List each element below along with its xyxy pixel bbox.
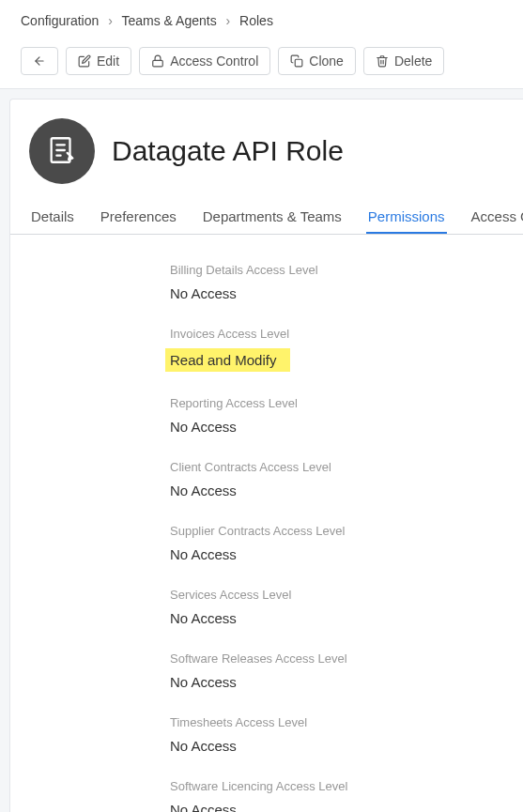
- permission-value: No Access: [170, 284, 237, 302]
- delete-button[interactable]: Delete: [363, 47, 444, 75]
- tabs: Details Preferences Departments & Teams …: [10, 193, 523, 235]
- tab-preferences[interactable]: Preferences: [99, 201, 178, 234]
- permission-value: Read and Modify: [165, 348, 290, 372]
- permission-item: Reporting Access Level No Access: [170, 396, 504, 436]
- back-button[interactable]: [21, 47, 58, 75]
- role-avatar: [29, 118, 95, 184]
- edit-icon: [78, 54, 91, 68]
- permission-label: Supplier Contracts Access Level: [170, 524, 504, 538]
- chevron-right-icon: ›: [226, 13, 231, 28]
- tab-departments-teams[interactable]: Departments & Teams: [201, 201, 344, 234]
- permission-item: Timesheets Access Level No Access: [170, 715, 504, 755]
- clone-button-label: Clone: [309, 54, 344, 69]
- edit-button-label: Edit: [97, 54, 119, 69]
- breadcrumb-item[interactable]: Teams & Agents: [121, 13, 216, 28]
- breadcrumb: Configuration › Teams & Agents › Roles: [0, 0, 523, 39]
- delete-button-label: Delete: [394, 54, 432, 69]
- permission-label: Timesheets Access Level: [170, 715, 504, 729]
- svg-rect-2: [296, 59, 303, 67]
- permissions-list: Billing Details Access Level No Access I…: [10, 235, 523, 812]
- svg-rect-1: [153, 60, 163, 66]
- tab-permissions[interactable]: Permissions: [366, 201, 447, 234]
- permission-item: Client Contracts Access Level No Access: [170, 460, 504, 499]
- permission-label: Reporting Access Level: [170, 396, 504, 410]
- permission-label: Client Contracts Access Level: [170, 460, 504, 474]
- permission-label: Software Licencing Access Level: [170, 779, 504, 793]
- permission-item: Software Licencing Access Level No Acces…: [170, 779, 504, 812]
- permission-item: Supplier Contracts Access Level No Acces…: [170, 524, 504, 563]
- permission-label: Software Releases Access Level: [170, 651, 504, 666]
- content-card: Datagate API Role Details Preferences De…: [9, 99, 523, 812]
- document-edit-icon: [46, 134, 78, 169]
- access-control-button-label: Access Control: [170, 54, 258, 69]
- permission-value: No Access: [170, 801, 237, 812]
- clone-button[interactable]: Clone: [278, 47, 356, 75]
- permission-item: Invoices Access Level Read and Modify: [170, 327, 504, 372]
- permission-label: Invoices Access Level: [170, 327, 504, 341]
- toolbar: Edit Access Control Clone Delete: [0, 39, 523, 89]
- page-title: Datagate API Role: [112, 135, 344, 167]
- permission-value: No Access: [170, 609, 237, 627]
- page-header: Datagate API Role: [10, 100, 523, 193]
- arrow-left-icon: [33, 54, 46, 68]
- trash-icon: [376, 54, 389, 68]
- permission-value: No Access: [170, 418, 237, 436]
- permission-item: Billing Details Access Level No Access: [170, 263, 504, 302]
- breadcrumb-item[interactable]: Roles: [239, 13, 273, 28]
- permission-value: No Access: [170, 545, 237, 563]
- permission-value: No Access: [170, 737, 237, 755]
- permission-value: No Access: [170, 482, 237, 499]
- access-control-button[interactable]: Access Control: [139, 47, 270, 75]
- tab-details[interactable]: Details: [29, 201, 76, 234]
- permission-item: Software Releases Access Level No Access: [170, 651, 504, 691]
- permission-value: No Access: [170, 673, 237, 691]
- edit-button[interactable]: Edit: [66, 47, 131, 75]
- breadcrumb-item[interactable]: Configuration: [21, 13, 99, 28]
- permission-item: Services Access Level No Access: [170, 588, 504, 627]
- copy-icon: [290, 54, 303, 68]
- lock-icon: [151, 54, 164, 68]
- chevron-right-icon: ›: [108, 13, 113, 28]
- tab-access-control[interactable]: Access C: [469, 201, 523, 234]
- permission-label: Services Access Level: [170, 588, 504, 602]
- permission-label: Billing Details Access Level: [170, 263, 504, 277]
